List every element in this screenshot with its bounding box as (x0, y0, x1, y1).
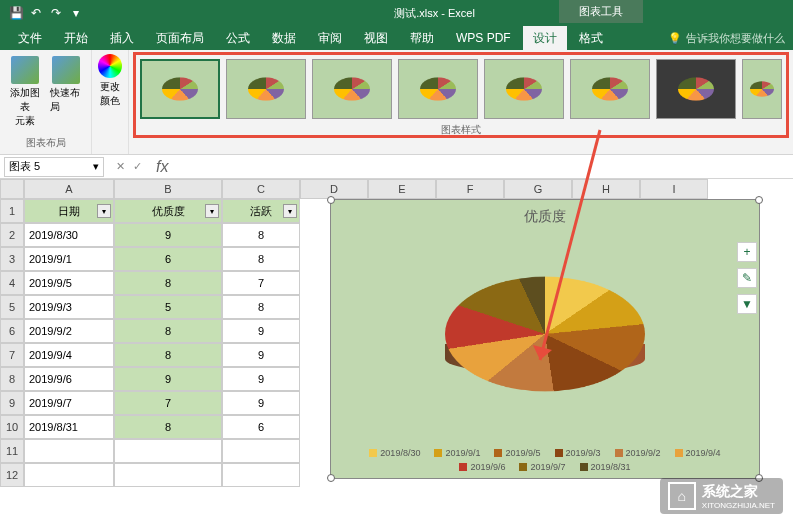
legend-item[interactable]: 2019/9/2 (615, 448, 661, 458)
tab-help[interactable]: 帮助 (400, 26, 444, 51)
tab-design[interactable]: 设计 (523, 26, 567, 51)
cell-activity[interactable]: 6 (222, 415, 300, 439)
tab-formulas[interactable]: 公式 (216, 26, 260, 51)
header-cell-quality[interactable]: 优质度▾ (114, 199, 222, 223)
legend-item[interactable]: 2019/9/6 (459, 462, 505, 472)
namebox-dropdown-icon[interactable]: ▾ (93, 160, 99, 173)
row-header-1[interactable]: 1 (0, 199, 24, 223)
header-cell-date[interactable]: 日期▾ (24, 199, 114, 223)
empty-cell[interactable] (114, 439, 222, 463)
cell-activity[interactable]: 9 (222, 391, 300, 415)
row-header-4[interactable]: 4 (0, 271, 24, 295)
chart-filters-button[interactable]: ▼ (737, 294, 757, 314)
tell-me-search[interactable]: 💡 告诉我你想要做什么 (668, 31, 785, 46)
empty-cell[interactable] (24, 463, 114, 487)
chart-legend[interactable]: 2019/8/302019/9/12019/9/52019/9/32019/9/… (331, 448, 759, 472)
redo-icon[interactable]: ↷ (48, 5, 64, 21)
row-header-6[interactable]: 6 (0, 319, 24, 343)
col-header-I[interactable]: I (640, 179, 708, 199)
header-cell-activity[interactable]: 活跃▾ (222, 199, 300, 223)
cell-date[interactable]: 2019/9/4 (24, 343, 114, 367)
enter-icon[interactable]: ✓ (133, 160, 142, 173)
cell-quality[interactable]: 9 (114, 223, 222, 247)
quick-layout-button[interactable]: 快速布局 (48, 54, 86, 130)
change-colors-button[interactable]: 更改 颜色 (98, 54, 122, 108)
cell-quality[interactable]: 5 (114, 295, 222, 319)
name-box[interactable]: 图表 5 ▾ (4, 157, 104, 177)
cell-quality[interactable]: 8 (114, 271, 222, 295)
col-header-A[interactable]: A (24, 179, 114, 199)
resize-handle-sw[interactable] (327, 474, 335, 482)
select-all-corner[interactable] (0, 179, 24, 199)
col-header-F[interactable]: F (436, 179, 504, 199)
chart-style-6[interactable] (570, 59, 650, 119)
cell-quality[interactable]: 7 (114, 391, 222, 415)
cell-quality[interactable]: 6 (114, 247, 222, 271)
col-header-G[interactable]: G (504, 179, 572, 199)
legend-item[interactable]: 2019/9/5 (494, 448, 540, 458)
legend-item[interactable]: 2019/9/3 (555, 448, 601, 458)
row-header-10[interactable]: 10 (0, 415, 24, 439)
pie-chart-plot[interactable] (435, 234, 655, 454)
chart-style-4[interactable] (398, 59, 478, 119)
filter-dropdown-icon[interactable]: ▾ (205, 204, 219, 218)
legend-item[interactable]: 2019/9/7 (519, 462, 565, 472)
col-header-B[interactable]: B (114, 179, 222, 199)
row-header-5[interactable]: 5 (0, 295, 24, 319)
cell-quality[interactable]: 8 (114, 319, 222, 343)
chart-style-1[interactable] (140, 59, 220, 119)
cell-date[interactable]: 2019/8/30 (24, 223, 114, 247)
row-header-11[interactable]: 11 (0, 439, 24, 463)
tab-review[interactable]: 审阅 (308, 26, 352, 51)
save-icon[interactable]: 💾 (8, 5, 24, 21)
tab-view[interactable]: 视图 (354, 26, 398, 51)
empty-cell[interactable] (114, 463, 222, 487)
cell-activity[interactable]: 9 (222, 319, 300, 343)
col-header-C[interactable]: C (222, 179, 300, 199)
row-header-3[interactable]: 3 (0, 247, 24, 271)
legend-item[interactable]: 2019/8/30 (369, 448, 420, 458)
tab-home[interactable]: 开始 (54, 26, 98, 51)
chart-style-5[interactable] (484, 59, 564, 119)
row-header-2[interactable]: 2 (0, 223, 24, 247)
chart-style-8[interactable] (742, 59, 782, 119)
tab-data[interactable]: 数据 (262, 26, 306, 51)
row-header-9[interactable]: 9 (0, 391, 24, 415)
filter-dropdown-icon[interactable]: ▾ (283, 204, 297, 218)
cell-date[interactable]: 2019/9/1 (24, 247, 114, 271)
cell-quality[interactable]: 9 (114, 367, 222, 391)
col-header-E[interactable]: E (368, 179, 436, 199)
cell-quality[interactable]: 8 (114, 343, 222, 367)
col-header-D[interactable]: D (300, 179, 368, 199)
qat-dropdown-icon[interactable]: ▾ (68, 5, 84, 21)
chart-style-2[interactable] (226, 59, 306, 119)
legend-item[interactable]: 2019/9/1 (434, 448, 480, 458)
legend-item[interactable]: 2019/9/4 (675, 448, 721, 458)
cell-date[interactable]: 2019/9/2 (24, 319, 114, 343)
cell-date[interactable]: 2019/9/6 (24, 367, 114, 391)
legend-item[interactable]: 2019/8/31 (580, 462, 631, 472)
filter-dropdown-icon[interactable]: ▾ (97, 204, 111, 218)
fx-label[interactable]: fx (150, 158, 168, 176)
resize-handle-ne[interactable] (755, 196, 763, 204)
tab-insert[interactable]: 插入 (100, 26, 144, 51)
cell-quality[interactable]: 8 (114, 415, 222, 439)
empty-cell[interactable] (24, 439, 114, 463)
cell-activity[interactable]: 8 (222, 223, 300, 247)
add-chart-element-button[interactable]: 添加图表 元素 (6, 54, 44, 130)
empty-cell[interactable] (222, 463, 300, 487)
tab-wps-pdf[interactable]: WPS PDF (446, 27, 521, 49)
tab-file[interactable]: 文件 (8, 26, 52, 51)
cancel-icon[interactable]: ✕ (116, 160, 125, 173)
tab-page-layout[interactable]: 页面布局 (146, 26, 214, 51)
resize-handle-nw[interactable] (327, 196, 335, 204)
chart-style-7[interactable] (656, 59, 736, 119)
chart-style-3[interactable] (312, 59, 392, 119)
embedded-chart[interactable]: 优质度 2019/8/302019/9/12019/9/52019/9/3201… (330, 199, 760, 479)
row-header-7[interactable]: 7 (0, 343, 24, 367)
cell-date[interactable]: 2019/9/7 (24, 391, 114, 415)
chart-styles-button[interactable]: ✎ (737, 268, 757, 288)
cell-activity[interactable]: 8 (222, 295, 300, 319)
cell-activity[interactable]: 7 (222, 271, 300, 295)
cell-date[interactable]: 2019/9/5 (24, 271, 114, 295)
